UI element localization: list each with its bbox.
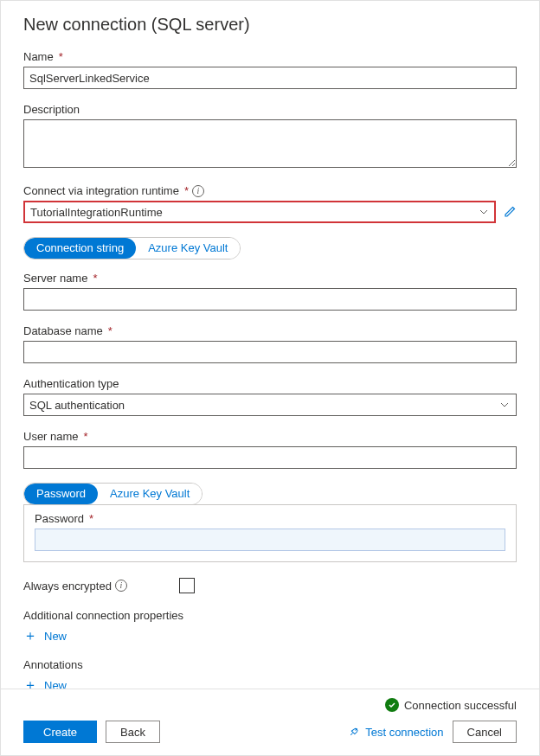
integration-runtime-label: Connect via integration runtime * i (23, 184, 517, 197)
description-input[interactable] (23, 119, 517, 168)
server-name-group: Server name* (23, 272, 517, 311)
always-encrypted-checkbox[interactable] (179, 578, 195, 593)
always-encrypted-row: Always encrypted i (23, 578, 517, 593)
required-asterisk: * (93, 272, 97, 285)
password-box: Password* (23, 504, 517, 562)
required-asterisk: * (84, 430, 88, 443)
name-label-text: Name (23, 50, 54, 63)
info-icon[interactable]: i (115, 580, 127, 592)
test-connection-button[interactable]: Test connection (348, 726, 443, 739)
cancel-button[interactable]: Cancel (453, 721, 517, 743)
connection-mode-toggle: Connection string Azure Key Vault (23, 237, 241, 259)
tab-azure-key-vault[interactable]: Azure Key Vault (136, 238, 240, 259)
add-property-button[interactable]: ＋ New (23, 629, 517, 643)
additional-props-label: Additional connection properties (23, 609, 517, 622)
back-button[interactable]: Back (106, 721, 160, 743)
server-name-input[interactable] (23, 288, 517, 311)
integration-runtime-select[interactable] (23, 201, 496, 223)
create-button[interactable]: Create (23, 721, 97, 743)
annotations-label: Annotations (23, 658, 517, 671)
password-mode-toggle: Password Azure Key Vault (23, 483, 202, 505)
user-name-label-text: User name (23, 430, 79, 443)
info-icon[interactable]: i (192, 185, 204, 197)
plug-icon (348, 726, 360, 738)
auth-type-select-wrap (23, 394, 517, 416)
required-asterisk: * (184, 184, 189, 197)
integration-runtime-row (23, 201, 517, 223)
connection-status: Connection successful (23, 698, 517, 712)
integration-runtime-select-wrap (23, 201, 496, 223)
test-connection-text: Test connection (365, 726, 443, 739)
tab-password-akv[interactable]: Azure Key Vault (98, 484, 202, 504)
auth-type-label: Authentication type (23, 377, 517, 390)
user-name-label: User name* (23, 430, 517, 443)
panel-title: New connection (SQL server) (23, 15, 517, 35)
connection-status-text: Connection successful (404, 699, 517, 712)
name-label: Name* (23, 50, 517, 63)
user-name-input[interactable] (23, 446, 517, 469)
always-encrypted-label-text: Always encrypted (23, 580, 112, 593)
auth-type-group: Authentication type (23, 377, 517, 416)
integration-runtime-group: Connect via integration runtime * i (23, 184, 517, 223)
user-name-group: User name* (23, 430, 517, 469)
description-label: Description (23, 103, 517, 116)
required-asterisk: * (59, 50, 63, 63)
server-name-label: Server name* (23, 272, 517, 285)
plus-icon: ＋ (23, 629, 37, 643)
footer-buttons: Create Back Test connection Cancel (23, 721, 517, 743)
required-asterisk: * (89, 512, 93, 525)
integration-runtime-label-text: Connect via integration runtime (23, 184, 179, 197)
name-field-group: Name* (23, 50, 517, 89)
password-label-text: Password (35, 512, 84, 525)
new-connection-panel: New connection (SQL server) Name* Descri… (0, 0, 540, 756)
password-label: Password* (35, 512, 505, 525)
edit-icon[interactable] (503, 205, 517, 219)
database-name-label-text: Database name (23, 324, 103, 337)
add-property-text: New (44, 630, 67, 643)
database-name-label: Database name* (23, 324, 517, 337)
always-encrypted-label: Always encrypted i (23, 580, 127, 593)
password-input[interactable] (35, 529, 505, 551)
success-icon (385, 698, 399, 712)
required-asterisk: * (108, 324, 112, 337)
tab-connection-string[interactable]: Connection string (24, 238, 136, 259)
footer: Connection successful Create Back Test c… (1, 689, 539, 755)
name-input[interactable] (23, 67, 517, 89)
database-name-input[interactable] (23, 341, 517, 363)
description-field-group: Description (23, 103, 517, 170)
auth-type-select[interactable] (23, 394, 517, 416)
database-name-group: Database name* (23, 324, 517, 363)
tab-password[interactable]: Password (24, 484, 98, 504)
server-name-label-text: Server name (23, 272, 87, 285)
